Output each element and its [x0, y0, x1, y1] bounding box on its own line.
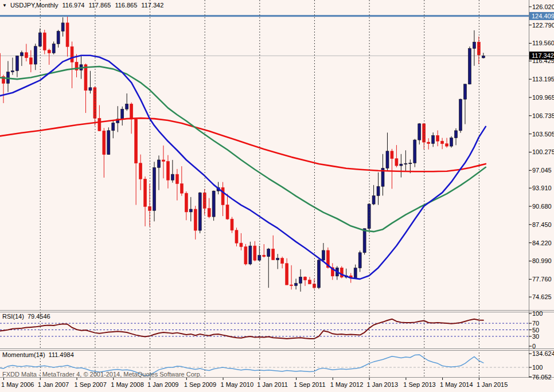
momentum-name: Momentum(14) [2, 351, 45, 358]
rsi-axis-label: 0 [532, 343, 536, 350]
price-axis-label: 122.790 [532, 22, 554, 29]
momentum-value: 111.4984 [49, 351, 74, 358]
rsi-axis-label: 30 [532, 333, 539, 340]
symbol-title: USDJPY,Monthly [10, 2, 58, 9]
broker-watermark: FXDD Malta - MetaTrader 4, © 2001-2014, … [2, 371, 202, 378]
ohlc-high: 117.865 [88, 2, 111, 9]
symbol-dropdown-icon[interactable]: ▼ [2, 2, 7, 9]
price-axis-label: 106.735 [532, 112, 554, 119]
date-axis-label: 1 Jan 2007 [38, 381, 69, 388]
date-axis-label: 1 Jan 2015 [477, 381, 508, 388]
rsi-value: 79.4546 [28, 313, 50, 320]
price-axis-label: 103.505 [532, 131, 554, 138]
date-axis-label: 1 Sep 2013 [403, 381, 435, 388]
momentum-indicator-label: Momentum(14)111.4984 [2, 351, 74, 359]
price-axis-label: 90.680 [532, 203, 552, 210]
price-axis-label: 119.560 [532, 40, 554, 46]
rsi-axis-label: 70 [532, 320, 539, 327]
symbol-ohlc-overlay: ▼USDJPY,Monthly116.974117.865116.865117.… [2, 2, 163, 10]
ohlc-close: 117.342 [141, 2, 163, 9]
date-axis-label: 1 Sep 2011 [294, 381, 325, 388]
price-axis-label: 97.045 [532, 167, 552, 174]
price-badge-current: 117.342 [529, 52, 554, 60]
price-axis-label: 93.910 [532, 185, 552, 191]
rsi-axis-label: 50 [532, 327, 539, 334]
momentum-axis-label: 100 [532, 364, 543, 371]
rsi-indicator-label: RSI(14)79.4546 [2, 313, 50, 320]
date-axis-label: 1 May 2008 [111, 381, 143, 388]
price-axis-label: 77.760 [532, 276, 552, 283]
price-axis-label: 80.990 [532, 257, 552, 264]
ohlc-open: 116.974 [62, 2, 84, 9]
price-axis-label: 113.195 [532, 76, 554, 83]
price-axis-label: 126.020 [532, 3, 554, 10]
date-axis-label: 1 May 2006 [1, 381, 34, 388]
rsi-axis-label: 100 [532, 310, 543, 317]
date-axis-label: 1 Jan 2013 [367, 381, 398, 388]
price-axis-label: 74.625 [532, 293, 552, 300]
momentum-axis-label: 76.052 [532, 374, 552, 381]
price-badge-level-line: 124.409 [529, 12, 554, 20]
chart-window: 126.020122.790119.560116.425113.195109.9… [0, 0, 554, 392]
momentum-axis-label: 134.6244 [532, 350, 554, 357]
rsi-name: RSI(14) [2, 313, 24, 320]
date-axis-label: 1 May 2012 [330, 381, 363, 388]
price-axis-label: 100.275 [532, 148, 554, 155]
price-axis-label: 84.220 [532, 240, 552, 246]
date-axis-label: 1 May 2010 [221, 381, 253, 388]
date-axis-label: 1 Sep 2007 [75, 381, 107, 388]
price-chart-canvas[interactable] [0, 0, 554, 392]
price-axis-label: 87.450 [532, 221, 552, 228]
ohlc-low: 116.865 [115, 2, 137, 9]
date-axis-label: 1 Jan 2011 [257, 381, 288, 388]
price-axis-label: 109.965 [532, 94, 554, 101]
date-axis-label: 1 Sep 2009 [184, 381, 216, 388]
date-axis-label: 1 May 2014 [440, 381, 473, 388]
date-axis-label: 1 Jan 2009 [147, 381, 178, 388]
